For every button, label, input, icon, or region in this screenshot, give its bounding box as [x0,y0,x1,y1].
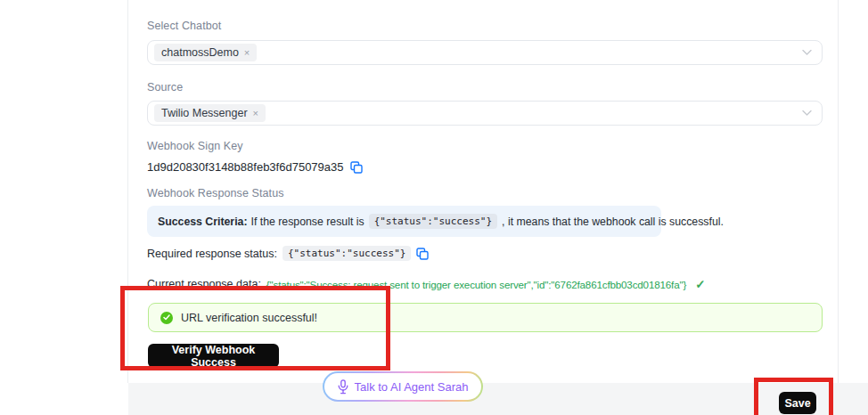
copy-icon[interactable] [350,161,363,174]
source-tag-remove-icon[interactable]: × [253,107,258,119]
criteria-code-chip: {"status":"success"} [369,214,497,229]
url-verification-alert: URL verification successful! [148,303,823,332]
microphone-icon [338,379,348,395]
response-status-label: Webhook Response Status [147,187,284,199]
required-status-code-chip: {"status":"success"} [283,246,411,261]
current-response-value: {"status":"Success: request sent to trig… [266,279,686,290]
criteria-text-1: If the response result is [250,216,364,228]
criteria-bold-text: Success Criteria: [158,216,247,228]
footer-band [128,383,868,415]
alert-message: URL verification successful! [181,312,317,324]
chatbot-select[interactable]: chatmossDemo × [147,40,823,65]
save-button[interactable]: Save [779,392,816,414]
criteria-text-2: , it means that the webhook call is succ… [502,216,724,228]
sign-key-label: Webhook Sign Key [147,140,243,152]
talk-agent-button[interactable]: Talk to AI Agent Sarah [324,373,481,400]
source-tag[interactable]: Twilio Messenger × [154,104,266,122]
current-response-label: Current response data: [147,278,261,290]
talk-agent-button-border: Talk to AI Agent Sarah [323,371,483,402]
current-response-row: Current response data: {"status":"Succes… [147,277,705,291]
sign-key-value: 1d9d20830f3148b88feb3f6d75079a35 [147,160,344,174]
chevron-down-icon [802,50,812,56]
card-right-border [838,0,839,383]
required-status-label: Required response status: [147,248,277,260]
chevron-down-icon [802,110,812,117]
chatbot-tag-label: chatmossDemo [161,45,239,60]
source-label: Source [147,81,183,94]
talk-agent-button-label: Talk to AI Agent Sarah [355,380,469,394]
chatbot-label: Select Chatbot [147,20,221,32]
webhook-settings-page: { "colors": { "accent_blue": "#1677ff", … [0,0,868,415]
success-check-icon: ✓ [695,277,705,291]
source-tag-label: Twilio Messenger [161,106,248,120]
copy-icon[interactable] [416,248,429,260]
check-circle-icon [160,312,173,324]
sign-key-row: 1d9d20830f3148b88feb3f6d75079a35 [147,160,363,174]
verify-webhook-button[interactable]: Verify Webhook Success [148,344,279,368]
card-left-border [127,0,128,383]
chatbot-tag-remove-icon[interactable]: × [244,46,250,59]
required-status-row: Required response status: {"status":"suc… [147,246,429,261]
success-criteria-infobox: Success Criteria: If the response result… [147,206,661,237]
chatbot-tag[interactable]: chatmossDemo × [154,44,257,61]
source-select[interactable]: Twilio Messenger × [147,101,823,126]
